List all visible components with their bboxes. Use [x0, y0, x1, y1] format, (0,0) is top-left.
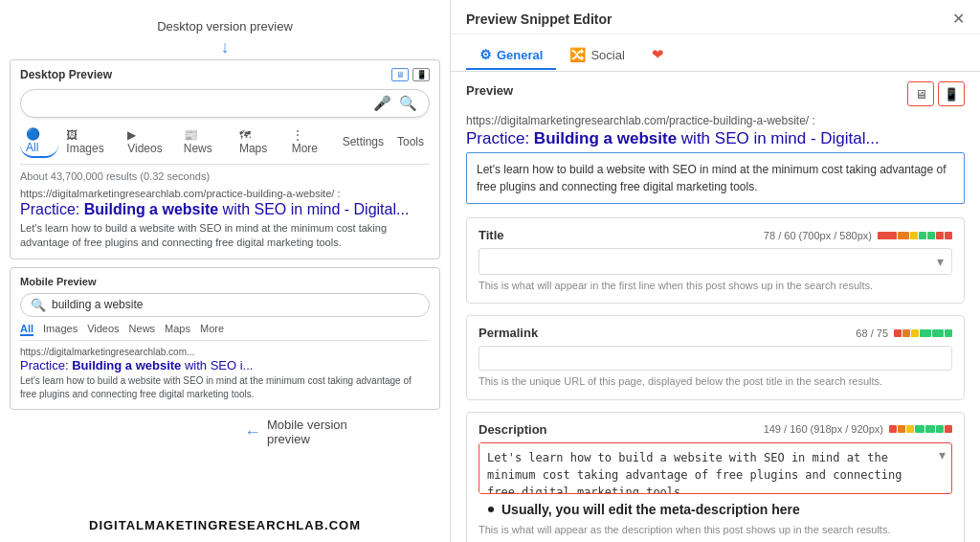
google-search-bar: building a website 🎤 🔍: [20, 89, 430, 118]
mobile-nav: All Images Videos News Maps More: [20, 323, 430, 341]
preview-section-title: Preview: [466, 83, 513, 98]
mobile-title-prefix: Practice:: [20, 358, 72, 373]
search-submit-icon[interactable]: 🔍: [399, 95, 417, 112]
desc-textarea[interactable]: Let's learn how to build a website with …: [479, 443, 933, 493]
heart-icon: ❤: [652, 46, 664, 63]
title-counter-text: 78 / 60 (700px / 580px): [764, 230, 872, 241]
title-chevron-icon[interactable]: ▾: [937, 254, 944, 269]
permalink-note: This is the unique URL of this page, dis…: [479, 374, 952, 389]
right-body: Preview 🖥 📱 https://digitalmarketingrese…: [451, 72, 980, 542]
mobile-nav-all[interactable]: All: [20, 323, 33, 336]
desktop-arrow-down: ↓: [10, 37, 440, 57]
desc-field-header: Description 149 / 160 (918px / 920px): [479, 422, 952, 437]
snippet-desc-text: Let's learn how to build a website with …: [477, 163, 947, 193]
mobile-nav-more[interactable]: More: [200, 323, 224, 336]
mobile-nav-videos[interactable]: Videos: [87, 323, 119, 336]
tabs-row: ⚙ General 🔀 Social ❤: [451, 34, 980, 72]
mobile-result-desc: Let's learn how to build a website with …: [20, 374, 430, 401]
mobile-nav-images[interactable]: Images: [43, 323, 78, 336]
permalink-counter: 68 / 75: [856, 327, 952, 339]
nav-news[interactable]: 📰 News: [178, 126, 232, 157]
mobile-title-bold: Building a website: [72, 358, 181, 373]
nav-maps[interactable]: 🗺 Maps: [234, 126, 284, 157]
snippet-title-prefix: Practice:: [466, 129, 534, 147]
search-input[interactable]: building a website: [33, 97, 373, 111]
snippet-title-suffix: with SEO in mind - Digital...: [677, 129, 880, 147]
nav-all[interactable]: 🔵 All: [20, 125, 58, 158]
right-panel-title: Preview Snippet Editor: [466, 11, 612, 27]
result-desc: Let's learn how to build a website with …: [20, 221, 430, 251]
left-panel: Desktop version preview ↓ Desktop Previe…: [0, 0, 450, 542]
snippet-title-bold: Building a website: [534, 129, 677, 147]
social-icon: 🔀: [569, 47, 586, 62]
permalink-field-section: Permalink 68 / 75 practice-building-a-we…: [466, 315, 965, 399]
nav-videos[interactable]: ▶ Videos: [122, 126, 176, 157]
nav-tools[interactable]: Tools: [391, 133, 430, 150]
desc-bottom-note: This is what will appear as the descript…: [479, 523, 952, 537]
mobile-nav-maps[interactable]: Maps: [165, 323, 190, 336]
desc-label: Description: [479, 422, 547, 437]
permalink-color-bar: [894, 329, 952, 337]
tab-social-label: Social: [590, 48, 624, 62]
bullet-dot-icon: [488, 507, 494, 512]
desktop-icon[interactable]: 🖥: [391, 68, 409, 81]
nav-more[interactable]: ⋮ More: [286, 126, 335, 157]
permalink-label: Permalink: [479, 326, 538, 340]
mobile-title-suffix: with SEO i...: [181, 358, 253, 373]
title-note: This is what will appear in the first li…: [479, 279, 952, 293]
permalink-input[interactable]: practice-building-a-website: [479, 346, 952, 371]
mobile-preview-action-icon[interactable]: 📱: [938, 81, 965, 106]
tab-general[interactable]: ⚙ General: [466, 41, 556, 70]
mobile-version-annotation: ← Mobile versionpreview: [244, 418, 347, 446]
permalink-counter-text: 68 / 75: [856, 327, 888, 339]
desc-textarea-row[interactable]: Let's learn how to build a website with …: [479, 442, 952, 494]
mobile-result-title[interactable]: Practice: Building a website with SEO i.…: [20, 358, 430, 373]
tab-social[interactable]: 🔀 Social: [556, 41, 637, 70]
desc-counter: 149 / 160 (918px / 920px): [764, 423, 952, 435]
preview-header: Desktop Preview 🖥 📱: [20, 68, 430, 81]
result-title[interactable]: Practice: Building a website with SEO in…: [20, 201, 430, 218]
result-title-prefix: Practice:: [20, 201, 84, 217]
title-counter: 78 / 60 (700px / 580px): [764, 230, 952, 241]
result-title-suffix: with SEO in mind - Digital...: [218, 201, 409, 217]
result-url: https://digitalmarketingresearchlab.com/…: [20, 188, 430, 199]
gear-icon: ⚙: [479, 47, 492, 62]
mic-icon[interactable]: 🎤: [373, 95, 391, 112]
description-field-section: Description 149 / 160 (918px / 920px): [466, 412, 965, 542]
tab-heart[interactable]: ❤: [638, 40, 678, 71]
title-field-header: Title 78 / 60 (700px / 580px): [479, 228, 952, 242]
desktop-preview-title: Desktop Preview: [20, 68, 112, 81]
google-nav: 🔵 All 🖼 Images ▶ Videos 📰 News 🗺 Maps ⋮ …: [20, 125, 430, 165]
mobile-search-bar: 🔍 building a website: [20, 293, 430, 317]
mobile-arrow-left: ←: [244, 422, 261, 442]
result-title-bold: Building a website: [84, 201, 218, 217]
bottom-logo: DIGITALMAKETINGRESEARCHLAB.COM: [89, 518, 361, 532]
title-label: Title: [479, 228, 504, 242]
nav-settings[interactable]: Settings: [337, 133, 390, 150]
right-panel: Preview Snippet Editor ✕ ⚙ General 🔀 Soc…: [450, 0, 980, 542]
snippet-url: https://digitalmarketingresearchlab.com/…: [466, 114, 965, 127]
desc-color-bar: [889, 425, 952, 433]
mobile-nav-news[interactable]: News: [129, 323, 156, 336]
desc-chevron-icon[interactable]: ▾: [933, 443, 951, 493]
snippet-desc-box: Let's learn how to build a website with …: [466, 152, 965, 204]
nav-images[interactable]: 🖼 Images: [60, 126, 120, 157]
mobile-result-url: https://digitalmarketingresearchlab.com.…: [20, 347, 430, 357]
desc-bullet-text: Usually, you will edit the meta-descript…: [501, 502, 800, 517]
title-field-section: Title 78 / 60 (700px / 580px) %title%: [466, 217, 965, 304]
close-button[interactable]: ✕: [952, 10, 965, 28]
results-count: About 43,700,000 results (0.32 seconds): [20, 170, 430, 182]
mobile-preview-title: Mobile Preview: [20, 276, 430, 287]
snippet-preview: https://digitalmarketingresearchlab.com/…: [466, 114, 965, 204]
title-input[interactable]: %title% %sep% %sitename%: [487, 255, 937, 268]
desc-bullet-note: Usually, you will edit the meta-descript…: [479, 498, 952, 523]
snippet-url-text: https://digitalmarketingresearchlab.com/…: [466, 114, 815, 127]
permalink-field-header: Permalink 68 / 75: [479, 326, 952, 340]
mobile-icon-small[interactable]: 📱: [412, 68, 430, 81]
desktop-preview-box: Desktop Preview 🖥 📱 building a website 🎤…: [10, 59, 440, 260]
title-input-row[interactable]: %title% %sep% %sitename% ▾: [479, 248, 952, 275]
tab-general-label: General: [497, 48, 543, 62]
desktop-version-label: Desktop version preview: [10, 19, 440, 34]
desktop-preview-action-icon[interactable]: 🖥: [907, 81, 934, 106]
mobile-search-icon: 🔍: [31, 298, 46, 312]
